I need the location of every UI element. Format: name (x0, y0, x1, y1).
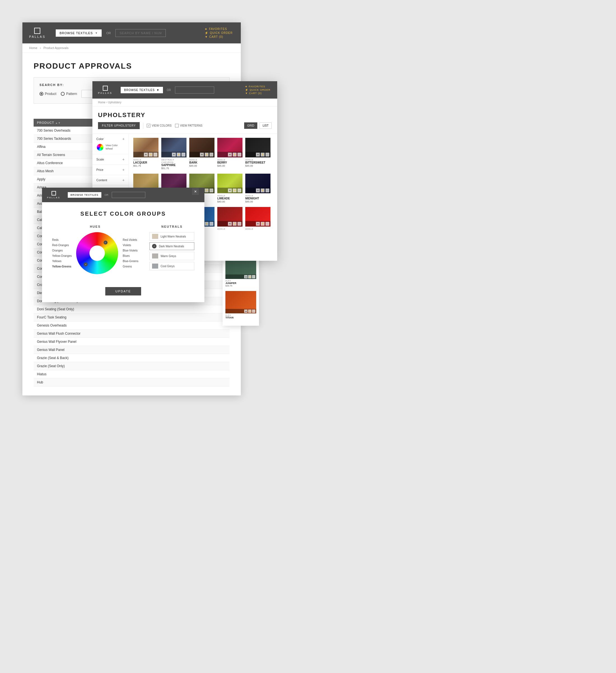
table-row: Grazie (Seat Only) (34, 362, 230, 370)
hue-blue-greens[interactable]: Blue-Greens (123, 260, 138, 263)
hue-blue-violets[interactable]: Blue-Violets (123, 249, 138, 252)
neutral-cg[interactable]: Cool Greys (149, 262, 194, 270)
star-icon-lacquer[interactable]: ★ (144, 153, 148, 157)
name-lacquer: LACQUER (133, 161, 159, 164)
cart-link-1[interactable]: ▼CART (0) (205, 35, 234, 38)
cart-icon-r3d[interactable]: ⚡ (233, 222, 237, 226)
right-star-titian[interactable]: ★ (244, 309, 248, 313)
cart-icon-bittersweet[interactable]: ⚡ (261, 153, 265, 157)
quick-order-link-2[interactable]: ⚡QUICK ORDER (245, 88, 272, 91)
cart-icon-bark[interactable]: ⚡ (205, 153, 209, 157)
view-colors-checkbox[interactable]: VIEW COLORS (147, 124, 172, 128)
nav-search-2[interactable] (175, 86, 214, 93)
right-star-juniper[interactable]: ★ (244, 275, 248, 278)
nav-search-1[interactable] (115, 29, 166, 37)
hue-yellows[interactable]: Yellows (52, 260, 72, 263)
star-icon-sapphire[interactable]: ★ (172, 153, 176, 157)
product-img-berry[interactable]: ★ ⚡ ··· (217, 138, 243, 157)
hue-yellow-oranges[interactable]: Yellow-Oranges (52, 254, 72, 257)
cart-icon-lacquer[interactable]: ⚡ (149, 153, 152, 157)
product-img-lacquer[interactable]: ★ ⚡ ··· (133, 138, 159, 157)
right-more-juniper[interactable]: ··· (252, 275, 255, 278)
star-icon-r3e[interactable]: ★ (256, 222, 260, 226)
hue-oranges[interactable]: Oranges (52, 249, 72, 252)
price-berry: $45.00 (217, 164, 243, 167)
favorites-link-2[interactable]: ★FAVORITES (245, 85, 272, 88)
browse-textiles-btn-1[interactable]: BROWSE TEXTILES ▼ (56, 29, 102, 37)
hue-reds[interactable]: Reds (52, 238, 72, 241)
breadcrumb-home-2[interactable]: Home (98, 101, 105, 104)
hue-yellow-greens[interactable]: Yellow-Greens (52, 265, 72, 268)
modal-update-btn[interactable]: UPDATE (105, 287, 141, 295)
grid-view-btn[interactable]: GRID (244, 123, 257, 129)
neutral-dwn[interactable]: Dark Warm Neutrals (149, 242, 194, 250)
product-img-r3e[interactable]: ★ ⚡ ··· (245, 207, 271, 227)
cart-icon-berry[interactable]: ⚡ (233, 153, 237, 157)
filter-price-header[interactable]: Price + (96, 168, 124, 172)
product-img-bittersweet[interactable]: ★ ⚡ ··· (245, 138, 271, 157)
star-icon-bittersweet[interactable]: ★ (256, 153, 260, 157)
radio-product[interactable]: Product (39, 92, 56, 96)
product-img-limeade[interactable]: ★ ⚡ ··· (217, 174, 243, 193)
cart-icon-r3e[interactable]: ⚡ (261, 222, 265, 226)
cart-link-2[interactable]: ▼CART (0) (245, 92, 272, 95)
logo-text-2: PALLAS (98, 91, 112, 94)
filter-color-header[interactable]: Color + (96, 137, 124, 141)
more-icon-limeade[interactable]: ··· (238, 189, 241, 192)
more-icon-r3e[interactable]: ··· (265, 222, 269, 226)
star-icon-midnight[interactable]: ★ (256, 189, 260, 192)
modal-close-btn[interactable]: ✕ (192, 188, 199, 195)
more-icon-bittersweet[interactable]: ··· (265, 153, 269, 157)
hue-blues[interactable]: Blues (123, 254, 138, 257)
radio-pattern[interactable]: Pattern (61, 92, 77, 96)
product-img-sapphire[interactable]: ★ ⚡ ··· (161, 138, 187, 157)
neutral-label-dwn: Dark Warm Neutrals (159, 245, 184, 248)
hue-red-oranges[interactable]: Red-Oranges (52, 244, 72, 247)
cart-icon-leaf[interactable]: ⚡ (205, 189, 209, 192)
filter-content-header[interactable]: Content + (96, 178, 124, 182)
cart-icon-r3c[interactable]: ⚡ (205, 222, 209, 226)
breadcrumb-home-1[interactable]: Home (29, 46, 37, 49)
hue-red-violets[interactable]: Red-Violets (123, 238, 138, 241)
cart-icon-limeade[interactable]: ⚡ (233, 189, 237, 192)
nav-bar-1: PALLAS BROWSE TEXTILES ▼ OR ★FAVORITES ⚡… (22, 22, 241, 43)
more-icon-leaf[interactable]: ··· (210, 189, 213, 192)
more-icon-berry[interactable]: ··· (238, 153, 241, 157)
hue-violets[interactable]: Violets (123, 244, 138, 247)
color-wheel-large[interactable]: ✓ ✓ (76, 232, 118, 274)
right-img-titian[interactable]: ★ ⚡ ··· (225, 291, 256, 313)
star-icon-r3d[interactable]: ★ (228, 222, 232, 226)
star-icon-limeade[interactable]: ★ (228, 189, 232, 192)
more-icon-r3d[interactable]: ··· (238, 222, 241, 226)
filter-upholstery-btn[interactable]: FILTER UPHOLSTERY (98, 122, 140, 129)
quick-order-link-1[interactable]: ⚡QUICK ORDER (205, 31, 234, 34)
cart-icon-midnight[interactable]: ⚡ (261, 189, 265, 192)
color-wheel-btn[interactable]: View Color Wheel (96, 144, 124, 151)
upholstery-toolbar: FILTER UPHOLSTERY VIEW COLORS VIEW PATTE… (92, 122, 277, 134)
more-icon-sapphire[interactable]: ··· (182, 153, 185, 157)
right-cart-juniper[interactable]: ⚡ (248, 275, 252, 278)
filter-scale-header[interactable]: Scale + (96, 157, 124, 162)
favorites-link-1[interactable]: ★FAVORITES (205, 27, 234, 30)
cart-icon-sapphire[interactable]: ⚡ (177, 153, 181, 157)
hue-greens[interactable]: Greens (123, 265, 138, 268)
browse-textiles-btn-2[interactable]: BROWSE TEXTILES ▼ (121, 87, 163, 93)
neutral-wg[interactable]: Warm Greys (149, 252, 194, 260)
product-img-midnight[interactable]: ★ ⚡ ··· (245, 174, 271, 193)
modal-search-input[interactable] (112, 192, 145, 198)
star-icon-berry[interactable]: ★ (228, 153, 232, 157)
right-cart-titian[interactable]: ⚡ (248, 309, 252, 313)
product-img-bark[interactable]: ★ ⚡ ··· (189, 138, 215, 157)
more-icon-lacquer[interactable]: ··· (153, 153, 158, 157)
right-more-titian[interactable]: ··· (252, 309, 255, 313)
more-icon-r3c[interactable]: ··· (210, 222, 213, 226)
list-view-btn[interactable]: LIST (260, 123, 272, 129)
modal-browse-btn[interactable]: BROWSE TEXTILES (68, 192, 101, 198)
more-icon-midnight[interactable]: ··· (265, 189, 269, 192)
product-img-r3d[interactable]: ★ ⚡ ··· (217, 207, 243, 227)
view-patterns-checkbox[interactable]: VIEW PATTERNS (175, 124, 203, 128)
neutral-lwn[interactable]: Light Warm Neutrals (149, 232, 194, 241)
breadcrumb-2: Home › Upholstery (92, 98, 277, 106)
more-icon-bark[interactable]: ··· (210, 153, 213, 157)
star-icon-bark[interactable]: ★ (200, 153, 204, 157)
